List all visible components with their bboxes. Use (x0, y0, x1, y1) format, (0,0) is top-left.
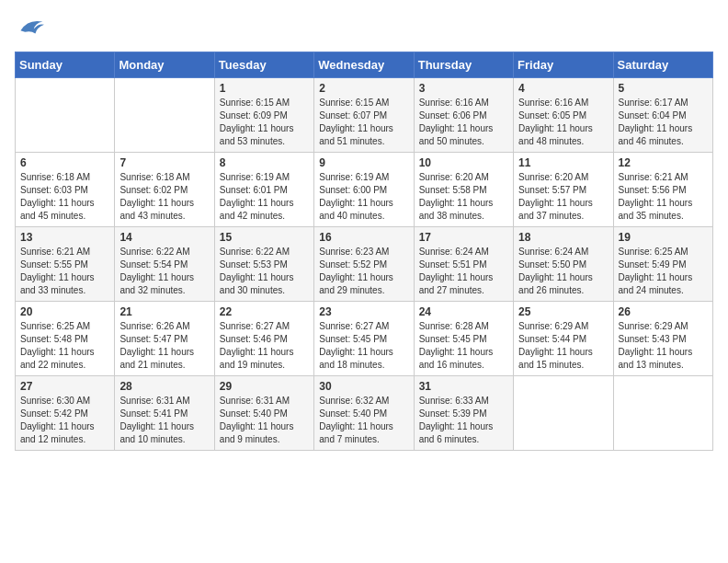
day-number: 21 (119, 305, 209, 318)
day-number: 31 (419, 380, 508, 393)
day-number: 20 (20, 305, 109, 318)
day-number: 9 (319, 156, 408, 169)
day-info: Sunrise: 6:27 AMSunset: 5:46 PMDaylight:… (220, 320, 309, 372)
day-info: Sunrise: 6:21 AMSunset: 5:55 PMDaylight:… (20, 246, 109, 297)
day-number: 10 (419, 156, 508, 169)
day-info: Sunrise: 6:19 AMSunset: 6:01 PMDaylight:… (220, 171, 309, 223)
day-info: Sunrise: 6:28 AMSunset: 5:45 PMDaylight:… (419, 320, 508, 372)
day-info: Sunrise: 6:20 AMSunset: 5:58 PMDaylight:… (419, 171, 508, 223)
day-info: Sunrise: 6:24 AMSunset: 5:50 PMDaylight:… (518, 246, 608, 297)
weekday-header-cell: Monday (115, 52, 214, 78)
day-number: 12 (619, 156, 708, 169)
day-number: 14 (119, 231, 209, 244)
calendar-cell: 5Sunrise: 6:17 AMSunset: 6:04 PMDaylight… (613, 78, 712, 153)
day-info: Sunrise: 6:27 AMSunset: 5:45 PMDaylight:… (319, 320, 408, 372)
calendar-week-row: 1Sunrise: 6:15 AMSunset: 6:09 PMDaylight… (16, 78, 713, 153)
logo (15, 15, 48, 40)
calendar-cell: 28Sunrise: 6:31 AMSunset: 5:41 PMDayligh… (115, 376, 214, 451)
day-number: 16 (319, 231, 408, 244)
day-number: 2 (319, 82, 408, 95)
calendar-cell: 11Sunrise: 6:20 AMSunset: 5:57 PMDayligh… (514, 153, 613, 227)
day-info: Sunrise: 6:16 AMSunset: 6:06 PMDaylight:… (419, 97, 508, 148)
day-number: 11 (518, 156, 608, 169)
day-number: 15 (220, 231, 309, 244)
day-number: 29 (220, 380, 309, 393)
day-info: Sunrise: 6:19 AMSunset: 6:00 PMDaylight:… (319, 171, 408, 223)
day-info: Sunrise: 6:18 AMSunset: 6:02 PMDaylight:… (119, 171, 209, 223)
calendar-cell: 4Sunrise: 6:16 AMSunset: 6:05 PMDaylight… (514, 78, 613, 153)
day-number: 28 (119, 380, 209, 393)
day-info: Sunrise: 6:24 AMSunset: 5:51 PMDaylight:… (419, 246, 508, 297)
day-number: 7 (119, 156, 209, 169)
calendar-cell: 10Sunrise: 6:20 AMSunset: 5:58 PMDayligh… (414, 153, 513, 227)
day-info: Sunrise: 6:26 AMSunset: 5:47 PMDaylight:… (119, 320, 209, 372)
calendar-cell: 23Sunrise: 6:27 AMSunset: 5:45 PMDayligh… (314, 302, 414, 376)
day-info: Sunrise: 6:20 AMSunset: 5:57 PMDaylight:… (518, 171, 608, 223)
day-number: 3 (419, 82, 508, 95)
calendar-cell: 31Sunrise: 6:33 AMSunset: 5:39 PMDayligh… (414, 376, 513, 451)
day-info: Sunrise: 6:17 AMSunset: 6:04 PMDaylight:… (619, 97, 708, 148)
calendar-week-row: 27Sunrise: 6:30 AMSunset: 5:42 PMDayligh… (16, 376, 713, 451)
weekday-header-cell: Sunday (16, 52, 115, 78)
day-number: 30 (319, 380, 408, 393)
day-number: 13 (20, 231, 109, 244)
day-info: Sunrise: 6:22 AMSunset: 5:54 PMDaylight:… (119, 246, 209, 297)
calendar-cell: 21Sunrise: 6:26 AMSunset: 5:47 PMDayligh… (115, 302, 214, 376)
calendar-cell: 24Sunrise: 6:28 AMSunset: 5:45 PMDayligh… (414, 302, 513, 376)
day-info: Sunrise: 6:15 AMSunset: 6:09 PMDaylight:… (220, 97, 309, 148)
day-number: 8 (220, 156, 309, 169)
weekday-header-cell: Saturday (613, 52, 712, 78)
calendar-cell: 20Sunrise: 6:25 AMSunset: 5:48 PMDayligh… (16, 302, 115, 376)
day-number: 1 (220, 82, 309, 95)
calendar-cell: 8Sunrise: 6:19 AMSunset: 6:01 PMDaylight… (214, 153, 313, 227)
calendar-body: 1Sunrise: 6:15 AMSunset: 6:09 PMDaylight… (16, 78, 713, 451)
day-number: 25 (518, 305, 608, 318)
day-info: Sunrise: 6:32 AMSunset: 5:40 PMDaylight:… (319, 395, 408, 446)
calendar-cell: 30Sunrise: 6:32 AMSunset: 5:40 PMDayligh… (314, 376, 414, 451)
day-info: Sunrise: 6:30 AMSunset: 5:42 PMDaylight:… (20, 395, 109, 446)
day-info: Sunrise: 6:18 AMSunset: 6:03 PMDaylight:… (20, 171, 109, 223)
day-number: 17 (419, 231, 508, 244)
day-number: 19 (619, 231, 708, 244)
day-number: 22 (220, 305, 309, 318)
weekday-header-cell: Thursday (414, 52, 513, 78)
calendar-week-row: 6Sunrise: 6:18 AMSunset: 6:03 PMDaylight… (16, 153, 713, 227)
calendar-cell: 25Sunrise: 6:29 AMSunset: 5:44 PMDayligh… (514, 302, 613, 376)
day-number: 23 (319, 305, 408, 318)
day-info: Sunrise: 6:31 AMSunset: 5:41 PMDaylight:… (119, 395, 209, 446)
calendar-week-row: 20Sunrise: 6:25 AMSunset: 5:48 PMDayligh… (16, 302, 713, 376)
calendar-cell: 2Sunrise: 6:15 AMSunset: 6:07 PMDaylight… (314, 78, 414, 153)
day-info: Sunrise: 6:21 AMSunset: 5:56 PMDaylight:… (619, 171, 708, 223)
day-info: Sunrise: 6:33 AMSunset: 5:39 PMDaylight:… (419, 395, 508, 446)
calendar-cell: 3Sunrise: 6:16 AMSunset: 6:06 PMDaylight… (414, 78, 513, 153)
calendar-cell (115, 78, 214, 153)
logo-icon (15, 15, 44, 40)
weekday-header-cell: Friday (514, 52, 613, 78)
calendar-cell: 1Sunrise: 6:15 AMSunset: 6:09 PMDaylight… (214, 78, 313, 153)
calendar-cell: 27Sunrise: 6:30 AMSunset: 5:42 PMDayligh… (16, 376, 115, 451)
calendar-cell: 7Sunrise: 6:18 AMSunset: 6:02 PMDaylight… (115, 153, 214, 227)
calendar-cell (514, 376, 613, 451)
day-info: Sunrise: 6:15 AMSunset: 6:07 PMDaylight:… (319, 97, 408, 148)
calendar-cell: 29Sunrise: 6:31 AMSunset: 5:40 PMDayligh… (214, 376, 313, 451)
day-info: Sunrise: 6:29 AMSunset: 5:44 PMDaylight:… (518, 320, 608, 372)
day-info: Sunrise: 6:16 AMSunset: 6:05 PMDaylight:… (518, 97, 608, 148)
calendar-cell: 14Sunrise: 6:22 AMSunset: 5:54 PMDayligh… (115, 227, 214, 302)
day-number: 4 (518, 82, 608, 95)
day-number: 26 (619, 305, 708, 318)
calendar-cell: 16Sunrise: 6:23 AMSunset: 5:52 PMDayligh… (314, 227, 414, 302)
page-header (15, 15, 713, 40)
calendar-cell: 12Sunrise: 6:21 AMSunset: 5:56 PMDayligh… (613, 153, 712, 227)
calendar-cell: 26Sunrise: 6:29 AMSunset: 5:43 PMDayligh… (613, 302, 712, 376)
calendar-cell: 19Sunrise: 6:25 AMSunset: 5:49 PMDayligh… (613, 227, 712, 302)
day-info: Sunrise: 6:22 AMSunset: 5:53 PMDaylight:… (220, 246, 309, 297)
calendar-cell: 17Sunrise: 6:24 AMSunset: 5:51 PMDayligh… (414, 227, 513, 302)
calendar-cell: 22Sunrise: 6:27 AMSunset: 5:46 PMDayligh… (214, 302, 313, 376)
weekday-header-cell: Tuesday (214, 52, 313, 78)
calendar-cell: 9Sunrise: 6:19 AMSunset: 6:00 PMDaylight… (314, 153, 414, 227)
day-number: 6 (20, 156, 109, 169)
calendar-cell: 18Sunrise: 6:24 AMSunset: 5:50 PMDayligh… (514, 227, 613, 302)
calendar-cell: 6Sunrise: 6:18 AMSunset: 6:03 PMDaylight… (16, 153, 115, 227)
weekday-header-cell: Wednesday (314, 52, 414, 78)
calendar-cell (16, 78, 115, 153)
